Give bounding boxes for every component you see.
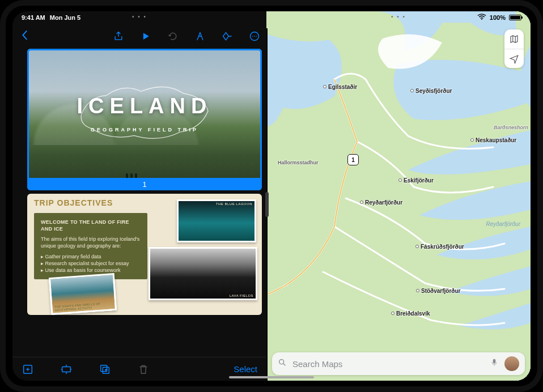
search-placeholder: Search Maps bbox=[292, 359, 484, 369]
slide2-header: TRIP OBJECTIVES bbox=[34, 198, 113, 207]
split-view-divider[interactable] bbox=[266, 28, 268, 381]
slide-number-badge: 1 bbox=[27, 178, 262, 190]
presenter-display-icon[interactable] bbox=[60, 363, 73, 376]
add-slide-icon[interactable] bbox=[22, 363, 34, 376]
back-button[interactable] bbox=[18, 30, 32, 43]
slide2-photo-lava: LAVA FIELDS bbox=[149, 247, 257, 300]
place-faskrudsfjordur[interactable]: Fáskrúðsfjörður bbox=[415, 244, 464, 250]
keynote-toolbar bbox=[12, 26, 266, 46]
place-seydisfjordur[interactable]: Seyðisfjörður bbox=[410, 88, 452, 94]
maps-app-pane[interactable]: 1 Egilsstaðir Seyðisfjörður Neskaupstaðu… bbox=[266, 11, 531, 381]
svg-rect-11 bbox=[493, 359, 495, 363]
place-egilsstadir[interactable]: Egilsstaðir bbox=[323, 84, 357, 90]
ipad-device-frame: 9:41 AM Mon Jun 5 100% bbox=[0, 0, 543, 392]
place-eskifjordur[interactable]: Eskifjörður bbox=[398, 177, 434, 184]
animate-icon[interactable] bbox=[221, 30, 234, 42]
place-stodvarfjordur[interactable]: Stöðvarfjörður bbox=[416, 288, 460, 294]
home-indicator[interactable] bbox=[229, 376, 314, 378]
play-icon[interactable] bbox=[139, 30, 152, 42]
map-mode-button[interactable] bbox=[504, 29, 524, 49]
place-reydarfjordur[interactable]: Reyðarfjörður bbox=[360, 199, 402, 206]
svg-point-4 bbox=[256, 36, 257, 37]
screen: 9:41 AM Mon Jun 5 100% bbox=[12, 11, 531, 381]
svg-point-3 bbox=[254, 36, 255, 37]
duplicate-slide-icon[interactable] bbox=[99, 363, 111, 376]
locate-me-button[interactable] bbox=[504, 49, 524, 68]
profile-avatar[interactable] bbox=[504, 356, 519, 371]
undo-icon[interactable] bbox=[167, 30, 179, 42]
svg-point-10 bbox=[279, 360, 284, 364]
slide2-bullet: Use data as basis for coursework bbox=[41, 267, 141, 274]
search-icon bbox=[278, 358, 287, 369]
slide2-bullet: Research specialist subject for essay bbox=[41, 260, 141, 267]
slide1-subtitle: GEOGRAPHY FIELD TRIP bbox=[27, 127, 262, 133]
slide-navigator[interactable]: ICELAND GEOGRAPHY FIELD TRIP 1 TRIP OBJE… bbox=[12, 46, 266, 357]
slide2-panel-title: WELCOME TO THE LAND OF FIRE AND ICE bbox=[41, 219, 141, 232]
place-hallormsstadhur[interactable]: Hallormsstadhur bbox=[278, 160, 319, 165]
slide-thumbnail-2[interactable]: TRIP OBJECTIVES WELCOME TO THE LAND OF F… bbox=[27, 194, 262, 315]
more-icon[interactable] bbox=[248, 30, 261, 42]
dictation-icon[interactable] bbox=[490, 357, 499, 370]
slide2-bullet: Gather primary field data bbox=[41, 253, 141, 260]
share-icon[interactable] bbox=[112, 30, 125, 42]
keynote-app-pane: ICELAND GEOGRAPHY FIELD TRIP 1 TRIP OBJE… bbox=[12, 11, 266, 381]
map-controls bbox=[504, 29, 524, 68]
slide2-panel-intro: The aims of this field trip exploring Ic… bbox=[41, 236, 141, 249]
delete-slide-icon[interactable] bbox=[137, 363, 150, 376]
slide2-text-panel: WELCOME TO THE LAND OF FIRE AND ICE The … bbox=[34, 213, 147, 279]
route-badge-1[interactable]: 1 bbox=[347, 154, 359, 165]
svg-point-2 bbox=[252, 36, 253, 37]
slide2-photo-geothermal: THE SIGHTS AND SMELLS OF GEOTHERMAL ACTI… bbox=[49, 273, 117, 315]
sea-label-reydarfjordur: Reyðarfjörður bbox=[486, 221, 520, 227]
slide2-photo-lagoon: THE BLUE LAGOON bbox=[177, 199, 256, 242]
select-button[interactable]: Select bbox=[234, 364, 257, 374]
svg-rect-6 bbox=[62, 367, 71, 372]
maps-search-bar[interactable]: Search Maps bbox=[272, 352, 525, 375]
format-brush-icon[interactable] bbox=[194, 30, 206, 42]
place-bardsneshorn: Barðsneshorn bbox=[494, 125, 528, 130]
map-canvas[interactable] bbox=[266, 11, 531, 381]
slide1-title: ICELAND bbox=[27, 94, 262, 118]
slide-thumbnail-1[interactable]: ICELAND GEOGRAPHY FIELD TRIP 1 bbox=[27, 49, 262, 190]
place-neskaupstadur[interactable]: Neskaupstaður bbox=[470, 137, 516, 143]
place-breiddalsvik[interactable]: Breiðdalsvík bbox=[391, 310, 430, 317]
keynote-bottom-bar: Select bbox=[12, 357, 266, 381]
